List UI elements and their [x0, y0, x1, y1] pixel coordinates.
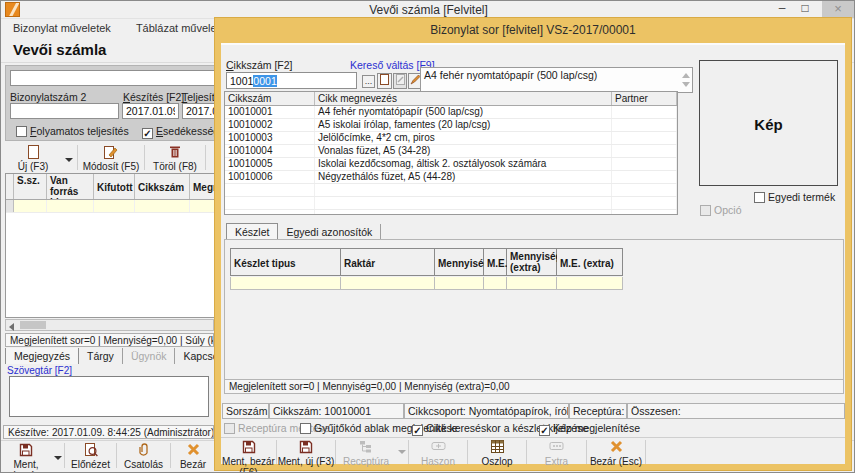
trash-icon [145, 145, 205, 160]
checkbox-icon[interactable] [300, 423, 311, 434]
close-dialog-button[interactable]: Bezár (Esc) [587, 438, 645, 466]
spinner-down-icon[interactable] [682, 82, 690, 87]
scroll-left-icon[interactable] [9, 323, 14, 331]
table-row [225, 184, 677, 197]
scrollbar-thumb[interactable] [20, 321, 46, 329]
horizontal-scrollbar[interactable] [5, 319, 214, 331]
new-item-button[interactable] [377, 73, 392, 89]
column-header[interactable]: Mennyiség (extra) [507, 248, 557, 276]
rows-status: Megjelenített sor=0 | Mennyiség=0,00 | S… [5, 333, 214, 347]
bizonylat-sor-dialog: Bizonylat sor [felvitel] VSz-2017/00001 … [214, 17, 852, 471]
dialog-toolbar: Ment, bezár (F6) Ment, új (F3) Receptúra [221, 437, 845, 466]
save-close-button[interactable]: Ment, bezár [1, 441, 51, 470]
column-header[interactable]: S.sz. [14, 174, 47, 199]
note-textarea[interactable] [9, 376, 209, 417]
keszites-input[interactable] [122, 103, 179, 119]
table-row[interactable]: 10010006Négyzethálós füzet, A5 (44-28) [225, 171, 677, 184]
table-row[interactable]: 10010004Vonalas füzet, A5 (34-28) [225, 145, 677, 158]
folyamatos-teljesites-label: Folyamatos teljesítés [30, 125, 129, 137]
extra-icon [527, 440, 586, 455]
save-new-button[interactable]: Ment, új (F3) [277, 438, 335, 466]
szovegtar-link[interactable]: Szövegtár [F2] [7, 365, 72, 376]
spinner-up-icon[interactable] [682, 73, 690, 78]
column-header[interactable]: Cikk megnevezés [315, 92, 612, 105]
save-close-dropdown[interactable] [51, 441, 64, 470]
tab-keszlet[interactable]: Készlet [226, 223, 278, 240]
column-header[interactable]: M.E. (extra) [557, 248, 623, 276]
checkbox-icon [224, 423, 235, 434]
delete-row-button[interactable]: Töröl (F8) [145, 143, 205, 172]
menu-bizonylat-muveletek[interactable]: Bizonylat műveletek [1, 20, 121, 34]
stock-table-empty-row [230, 277, 623, 290]
edit-row-button[interactable]: Módosít (F5) [78, 143, 144, 172]
tab-megjegyzes[interactable]: Megjegyzés [5, 348, 79, 364]
column-header[interactable]: Cikkszám [135, 174, 190, 199]
save-icon [277, 440, 335, 455]
kep-megjelenites-checkbox[interactable]: Kép megjelenítése [539, 422, 640, 436]
tab-kapcsolattarto[interactable]: Kapcsolattartó [175, 348, 214, 364]
new-row-button[interactable]: Új (F3) [5, 143, 61, 172]
column-header[interactable]: Készlet tipus [230, 248, 341, 276]
close-x-icon [171, 443, 215, 458]
article-list-grid[interactable]: Cikkszám Cikk megnevezés Partner cikkszá… [224, 91, 678, 215]
status-cikkcsoport: Cikkcsoport: Nyomtatópapírok, írólapok [404, 403, 569, 419]
preview-button[interactable]: Előnézet [65, 441, 116, 470]
checkbox-icon[interactable] [16, 126, 27, 137]
table-row [225, 197, 677, 210]
close-window-button[interactable]: Bezár [171, 441, 215, 470]
preview-icon [65, 443, 116, 458]
attach-button[interactable]: Csatolás [117, 441, 170, 470]
more-button[interactable]: ... [362, 75, 375, 88]
new-row-dropdown[interactable] [61, 143, 77, 172]
tab-egyedi-azonositok[interactable]: Egyedi azonosítók [278, 224, 381, 240]
application-window: Vevői számla [Felvitel] – □ × Bizonylat … [0, 0, 855, 473]
haszon-button: Haszon [409, 438, 467, 466]
column-header[interactable]: Mennyiség [435, 248, 484, 276]
minimize-icon[interactable]: – [773, 1, 791, 18]
status-cikkszam: Cikkszám: 10010001 [269, 403, 404, 419]
cikkszam-label: Cikkszám [F2] [226, 59, 293, 71]
maximize-icon[interactable]: □ [796, 1, 814, 18]
tab-targy[interactable]: Tárgy [79, 348, 123, 364]
input-selection: 0001 [253, 75, 276, 87]
save-close-button[interactable]: Ment, bezár (F6) [221, 438, 276, 466]
folyamatos-teljesites-checkbox[interactable]: Folyamatos teljesítés [16, 125, 129, 137]
checkbox-icon[interactable] [412, 425, 423, 436]
column-header[interactable]: Raktár [341, 248, 435, 276]
checkbox-icon[interactable] [754, 192, 765, 203]
edit-icon [396, 74, 405, 85]
checkbox-icon[interactable] [539, 425, 550, 436]
chevron-down-icon [398, 450, 406, 454]
dialog-title: Bizonylat sor [felvitel] VSz-2017/00001 [215, 18, 851, 43]
table-row[interactable]: 10010002A5 iskolai írólap, famentes (20 … [225, 119, 677, 132]
bizonylatszam2-input[interactable] [10, 103, 119, 119]
created-status: Készítve: 2017.01.09. 8:44:25 (Adminiszt… [3, 425, 214, 439]
close-x-icon [587, 440, 645, 455]
column-header[interactable]: Van forrás biz. [47, 174, 94, 199]
egyedi-termek-checkbox[interactable]: Egyedi termék [754, 191, 835, 203]
edit-item-button-disabled [393, 73, 407, 89]
paperclip-icon [117, 443, 170, 458]
cikkszam-input[interactable]: 10010001 [226, 72, 357, 89]
column-header[interactable]: Partner cikkszám [612, 92, 677, 105]
opcio-label: Opció [714, 204, 741, 216]
checkbox-icon [700, 205, 711, 216]
column-header[interactable]: M.E. [484, 248, 507, 276]
column-header[interactable]: Kifutott [94, 174, 135, 199]
column-header[interactable]: Cikkszám [225, 92, 315, 105]
oszlop-button[interactable]: Oszlop [468, 438, 526, 466]
stock-table-header: Készlet tipus Raktár Mennyiség M.E. Menn… [230, 248, 623, 276]
product-image-placeholder: Kép [699, 60, 838, 186]
keszites-label: Készítés [F2] [123, 91, 184, 103]
table-row[interactable]: 10010005Iskolai kezdőcsomag, áltisk 2. o… [225, 158, 677, 171]
tab-ugynok: Ügynök [123, 348, 176, 364]
status-sorszam: Sorszám: 1 [222, 403, 269, 419]
chevron-down-icon [54, 456, 62, 460]
table-row[interactable]: 10010003Jelölőcímke, 4*2 cm, piros [225, 132, 677, 145]
checkbox-icon[interactable] [142, 128, 153, 139]
table-row[interactable]: 10010001A4 fehér nyomtatópapír (500 lap/… [225, 106, 677, 119]
save-icon [221, 440, 276, 455]
close-icon[interactable]: × [822, 1, 854, 18]
window-title: Vevői számla [Felvitel] [1, 3, 855, 17]
dialog-body: Cikkszám [F2] Kereső váltás [F9] 1001000… [221, 43, 845, 464]
